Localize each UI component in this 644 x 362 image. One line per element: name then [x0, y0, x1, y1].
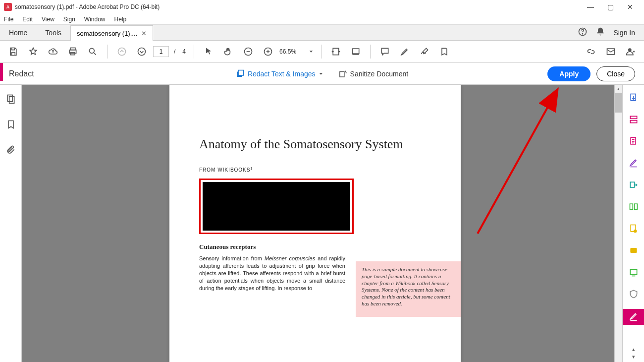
zoom-out-icon[interactable] — [240, 43, 257, 60]
menu-bar: File Edit View Sign Window Help — [0, 14, 644, 25]
vertical-scrollbar[interactable]: ▴ — [614, 85, 622, 362]
organize-pages-icon[interactable] — [627, 200, 641, 214]
main-toolbar: / 4 66.5% — [0, 41, 644, 63]
bookmark-icon[interactable] — [6, 120, 16, 131]
save-icon[interactable] — [5, 43, 22, 60]
highlight-icon[interactable] — [396, 43, 413, 60]
compress-icon[interactable] — [627, 222, 641, 236]
panel-up-icon[interactable]: ▴ — [632, 346, 635, 353]
svg-rect-37 — [630, 116, 637, 119]
fill-sign-icon[interactable] — [627, 243, 641, 257]
print-icon[interactable] — [64, 43, 81, 60]
svg-rect-17 — [7, 95, 12, 102]
redact-accent-bar — [0, 63, 3, 81]
edit-pdf-icon[interactable] — [627, 113, 641, 126]
fit-width-icon[interactable] — [327, 43, 344, 60]
page-separator: / — [174, 48, 175, 55]
sign-icon[interactable] — [416, 43, 433, 60]
right-tools-panel: ▴ ▾ — [622, 85, 644, 362]
app-icon: A — [4, 3, 12, 11]
menu-file[interactable]: File — [4, 16, 13, 23]
zoom-value[interactable]: 66.5% — [279, 48, 304, 55]
page-down-icon[interactable] — [133, 43, 150, 60]
star-icon[interactable] — [25, 43, 42, 60]
chevron-down-icon[interactable] — [319, 71, 323, 76]
select-tool-icon[interactable] — [200, 43, 217, 60]
svg-rect-16 — [340, 71, 344, 77]
svg-rect-42 — [634, 204, 637, 210]
close-button[interactable]: Close — [596, 66, 635, 81]
menu-help[interactable]: Help — [114, 16, 127, 23]
zoom-dropdown-icon[interactable] — [307, 43, 315, 60]
zoom-in-icon[interactable] — [260, 43, 276, 60]
search-icon[interactable] — [84, 43, 101, 60]
redaction-mark[interactable] — [199, 179, 354, 234]
bell-icon[interactable] — [595, 27, 605, 39]
redact-label: Redact — [9, 69, 34, 78]
document-source: From Wikibooks1 — [199, 167, 431, 173]
redaction-black-box — [203, 182, 350, 231]
tab-home[interactable]: Home — [0, 25, 36, 40]
section-heading: Cutaneous receptors — [199, 243, 431, 251]
tab-tools[interactable]: Tools — [36, 25, 70, 40]
window-title: somatosensory (1).pdf - Adobe Acrobat Pr… — [15, 3, 581, 10]
sanitize-button[interactable]: Sanitize Document — [338, 69, 409, 78]
svg-point-1 — [583, 33, 583, 34]
sign-in-link[interactable]: Sign In — [613, 29, 635, 37]
scroll-up-icon[interactable]: ▴ — [615, 85, 622, 93]
panel-down-icon[interactable]: ▾ — [632, 354, 635, 360]
comment-tool-icon[interactable] — [627, 156, 641, 170]
svg-point-5 — [89, 48, 94, 53]
svg-rect-40 — [630, 182, 634, 187]
maximize-button[interactable]: ▢ — [600, 0, 620, 14]
scrollbar-thumb[interactable] — [615, 93, 622, 113]
tab-document-label: somatosensory (1).... — [77, 30, 137, 37]
tab-close-icon[interactable]: ✕ — [141, 30, 147, 37]
apply-button[interactable]: Apply — [547, 66, 590, 81]
add-person-icon[interactable] — [622, 43, 639, 60]
menu-window[interactable]: Window — [84, 16, 106, 23]
annotation-arrow — [468, 85, 596, 243]
document-title: Anatomy of the Somatosensory System — [199, 137, 431, 152]
svg-rect-46 — [630, 269, 637, 274]
redact-text-label: Redact Text & Images — [248, 70, 316, 78]
redact-toolbar: Redact Redact Text & Images Sanitize Doc… — [0, 63, 644, 85]
menu-sign[interactable]: Sign — [63, 16, 75, 23]
close-window-button[interactable]: ✕ — [620, 0, 640, 14]
minimize-button[interactable]: — — [581, 0, 600, 14]
svg-rect-10 — [333, 48, 339, 55]
document-view[interactable]: Anatomy of the Somatosensory System From… — [22, 85, 614, 362]
tab-document[interactable]: somatosensory (1).... ✕ — [70, 25, 153, 41]
page-total: 4 — [182, 48, 186, 55]
cloud-upload-icon[interactable] — [45, 43, 61, 60]
svg-rect-45 — [630, 248, 637, 253]
svg-rect-18 — [9, 97, 14, 103]
svg-point-44 — [634, 230, 636, 233]
hand-tool-icon[interactable] — [220, 43, 237, 60]
stamp-icon[interactable] — [436, 43, 453, 60]
title-bar: A somatosensory (1).pdf - Adobe Acrobat … — [0, 0, 644, 14]
comment-icon[interactable] — [376, 43, 393, 60]
main-area: ◀ Anatomy of the Somatosensory System Fr… — [0, 85, 644, 362]
menu-view[interactable]: View — [42, 16, 54, 23]
menu-edit[interactable]: Edit — [22, 16, 33, 23]
svg-rect-41 — [630, 204, 633, 210]
fit-page-icon[interactable] — [347, 43, 364, 60]
help-icon[interactable] — [578, 27, 588, 39]
email-icon[interactable] — [602, 43, 619, 60]
svg-line-35 — [478, 91, 557, 234]
send-for-comments-icon[interactable] — [627, 265, 641, 279]
combine-files-icon[interactable] — [627, 178, 641, 192]
export-pdf-icon[interactable] — [627, 91, 641, 105]
redact-tool-icon[interactable] — [623, 309, 644, 325]
page-up-icon[interactable] — [113, 43, 130, 60]
create-pdf-icon[interactable] — [627, 134, 641, 148]
share-link-icon[interactable] — [583, 43, 599, 60]
thumbnails-icon[interactable] — [6, 94, 16, 106]
protect-icon[interactable] — [627, 287, 641, 301]
redact-text-images-button[interactable]: Redact Text & Images — [236, 69, 323, 78]
attachment-icon[interactable] — [6, 145, 16, 157]
svg-point-13 — [628, 48, 632, 52]
page-number-input[interactable] — [153, 46, 169, 57]
pdf-page: Anatomy of the Somatosensory System From… — [169, 85, 461, 362]
